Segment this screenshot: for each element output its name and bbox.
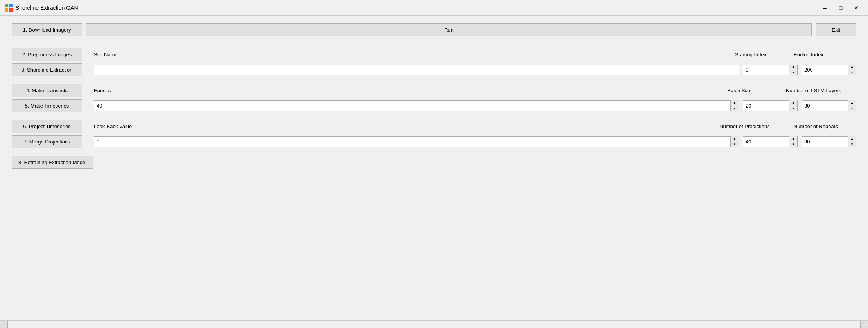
repeats-spinbox: ▲ ▼ (802, 136, 856, 147)
epochs-labels: Epochs Batch Size Number of LSTM Layers (94, 88, 856, 93)
title-bar-title: Shoreline Extraction GAN (16, 5, 78, 11)
minimize-button[interactable]: – (818, 3, 832, 13)
lstm-layers-spinbox-buttons: ▲ ▼ (848, 100, 856, 111)
title-bar-left: Shoreline Extraction GAN (5, 4, 78, 12)
epochs-down-button[interactable]: ▼ (731, 106, 739, 111)
lstm-layers-spinbox: ▲ ▼ (802, 100, 856, 111)
epochs-label-row: 4. Make Transects Epochs Batch Size Numb… (12, 84, 856, 97)
site-name-labels: Site Name Starting Index Ending Index (94, 52, 856, 57)
lstm-layers-up-button[interactable]: ▲ (848, 100, 856, 106)
repeats-input[interactable] (802, 138, 848, 145)
merge-projections-button[interactable]: 7. Merge Projections (12, 135, 82, 148)
retrain-row: 8. Retraining Extraction Model (12, 156, 856, 169)
predictions-spinbox-buttons: ▲ ▼ (789, 136, 797, 147)
lookback-input[interactable] (94, 138, 730, 145)
epochs-spinbox: ▲ ▼ (94, 100, 739, 111)
title-bar: Shoreline Extraction GAN – □ ✕ (0, 0, 868, 16)
epochs-controls: ▲ ▼ ▲ ▼ ▲ ▼ (94, 100, 856, 111)
epochs-spinbox-buttons: ▲ ▼ (730, 100, 739, 111)
app-icon (5, 4, 13, 12)
close-button[interactable]: ✕ (849, 3, 863, 13)
predictions-label: Number of Predictions (719, 124, 790, 129)
batch-size-label: Batch Size (727, 88, 782, 93)
lookback-labels: Look-Back Value Number of Predictions Nu… (94, 124, 856, 129)
site-name-input-row: 3. Shoreline Extraction ▲ ▼ ▲ ▼ (12, 63, 856, 76)
exit-button[interactable]: Exit (816, 23, 856, 36)
site-name-label: Site Name (94, 52, 735, 57)
maximize-button[interactable]: □ (834, 3, 848, 13)
svg-rect-3 (9, 8, 13, 12)
lstm-layers-down-button[interactable]: ▼ (848, 106, 856, 111)
lookback-field-label: Look-Back Value (94, 124, 719, 129)
download-imagery-button[interactable]: 1. Download Imagery (12, 23, 82, 36)
project-label-spacer: 6. Project Timeseries (12, 120, 94, 133)
ending-index-up-button[interactable]: ▲ (848, 65, 856, 70)
shoreline-extraction-button[interactable]: 3. Shoreline Extraction (12, 63, 82, 76)
lstm-layers-input[interactable] (802, 102, 848, 109)
ending-index-spinbox-buttons: ▲ ▼ (848, 65, 856, 75)
ending-index-spinbox: ▲ ▼ (802, 65, 856, 75)
retrain-label-area: 8. Retraining Extraction Model (12, 156, 94, 169)
predictions-input[interactable] (743, 138, 789, 145)
ending-index-down-button[interactable]: ▼ (848, 70, 856, 75)
scroll-track[interactable] (8, 321, 860, 328)
shoreline-label-spacer: 3. Shoreline Extraction (12, 63, 94, 76)
ending-index-label: Ending Index (794, 52, 856, 57)
starting-index-label: Starting Index (735, 52, 790, 57)
site-name-controls: ▲ ▼ ▲ ▼ (94, 65, 856, 75)
retraining-extraction-button[interactable]: 8. Retraining Extraction Model (12, 156, 93, 169)
site-name-input[interactable] (94, 65, 739, 75)
epochs-input[interactable] (94, 102, 730, 109)
main-content: 1. Download Imagery Run Exit 2. Preproce… (0, 16, 868, 185)
repeats-label: Number of Repeats (794, 124, 856, 129)
starting-index-spinbox-buttons: ▲ ▼ (789, 65, 797, 75)
repeats-spinbox-buttons: ▲ ▼ (848, 136, 856, 147)
scroll-left-arrow[interactable]: ‹ (0, 321, 8, 328)
batch-size-spinbox-buttons: ▲ ▼ (789, 100, 797, 111)
preprocess-images-button[interactable]: 2. Preprocess Images (12, 48, 82, 61)
merge-label-spacer: 7. Merge Projections (12, 135, 94, 148)
svg-rect-1 (9, 4, 13, 7)
scroll-right-arrow[interactable]: › (860, 321, 868, 328)
predictions-down-button[interactable]: ▼ (789, 142, 797, 147)
lookback-down-button[interactable]: ▼ (731, 142, 739, 147)
lookback-up-button[interactable]: ▲ (731, 136, 739, 142)
lookback-spinbox: ▲ ▼ (94, 136, 739, 147)
bottom-scrollbar: ‹ › (0, 320, 868, 328)
lstm-layers-label: Number of LSTM Layers (786, 88, 856, 93)
starting-index-up-button[interactable]: ▲ (789, 65, 797, 70)
lookback-input-row: 7. Merge Projections ▲ ▼ ▲ ▼ ▲ (12, 135, 856, 148)
ending-index-input[interactable] (802, 66, 848, 73)
repeats-up-button[interactable]: ▲ (848, 136, 856, 142)
batch-size-input[interactable] (743, 102, 789, 109)
lookback-spinbox-buttons: ▲ ▼ (730, 136, 739, 147)
batch-size-up-button[interactable]: ▲ (789, 100, 797, 106)
batch-size-spinbox: ▲ ▼ (743, 100, 798, 111)
starting-index-spinbox: ▲ ▼ (743, 65, 798, 75)
epochs-label: Epochs (94, 88, 727, 93)
preprocess-label-spacer: 2. Preprocess Images (12, 48, 94, 61)
starting-index-input[interactable] (743, 66, 789, 73)
epochs-up-button[interactable]: ▲ (731, 100, 739, 106)
svg-rect-2 (5, 8, 8, 12)
project-timeseries-button[interactable]: 6. Project Timeseries (12, 120, 82, 133)
toolbar-row: 1. Download Imagery Run Exit (12, 23, 856, 36)
run-button[interactable]: Run (86, 23, 812, 36)
predictions-up-button[interactable]: ▲ (789, 136, 797, 142)
transects-label-spacer: 4. Make Transects (12, 84, 94, 97)
make-timeseries-button[interactable]: 5. Make Timeseries (12, 99, 82, 112)
title-bar-controls: – □ ✕ (818, 3, 863, 13)
batch-size-down-button[interactable]: ▼ (789, 106, 797, 111)
lookback-label-row: 6. Project Timeseries Look-Back Value Nu… (12, 120, 856, 133)
starting-index-down-button[interactable]: ▼ (789, 70, 797, 75)
lookback-controls: ▲ ▼ ▲ ▼ ▲ ▼ (94, 136, 856, 147)
make-transects-button[interactable]: 4. Make Transects (12, 84, 82, 97)
site-name-label-row: 2. Preprocess Images Site Name Starting … (12, 48, 856, 61)
epochs-input-row: 5. Make Timeseries ▲ ▼ ▲ ▼ ▲ (12, 99, 856, 112)
predictions-spinbox: ▲ ▼ (743, 136, 798, 147)
repeats-down-button[interactable]: ▼ (848, 142, 856, 147)
timeseries-label-spacer: 5. Make Timeseries (12, 99, 94, 112)
svg-rect-0 (5, 4, 8, 7)
